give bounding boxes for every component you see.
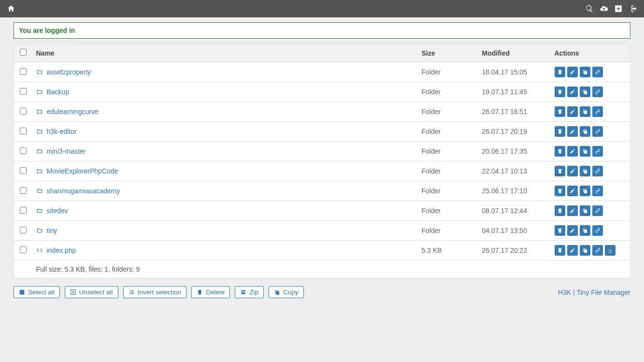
copy-action[interactable] bbox=[580, 205, 590, 216]
file-link[interactable]: shanmugamiasacademy bbox=[47, 187, 120, 195]
file-link[interactable]: sitedev bbox=[47, 207, 68, 215]
link-action[interactable] bbox=[592, 205, 603, 216]
link-action[interactable] bbox=[592, 225, 603, 236]
header-name[interactable]: Name bbox=[32, 44, 418, 62]
delete-button[interactable]: Delete bbox=[191, 286, 230, 298]
delete-action[interactable] bbox=[555, 205, 565, 216]
modified-cell: 19.07.17 11:45 bbox=[478, 82, 551, 102]
logout-icon[interactable] bbox=[629, 4, 637, 13]
rename-action[interactable] bbox=[567, 87, 578, 97]
modified-cell: 25.06.17 17:10 bbox=[478, 181, 551, 201]
copy-action[interactable] bbox=[580, 166, 590, 176]
file-link[interactable]: assetzproperty bbox=[47, 68, 91, 76]
rename-icon bbox=[570, 148, 575, 154]
table-row: MovieExplorerPhpCodeFolder22.04.17 10:13 bbox=[14, 161, 630, 181]
unselect-all-button[interactable]: Unselect all bbox=[65, 286, 118, 298]
file-link[interactable]: MovieExplorerPhpCode bbox=[47, 167, 118, 175]
delete-action[interactable] bbox=[555, 106, 565, 117]
copy-action[interactable] bbox=[580, 87, 590, 97]
copy-action[interactable] bbox=[580, 186, 590, 196]
link-action[interactable] bbox=[592, 67, 603, 77]
file-link[interactable]: edulearningcurve bbox=[47, 108, 99, 116]
row-checkbox[interactable] bbox=[20, 246, 27, 253]
modified-cell: 26.07.17 16:51 bbox=[478, 102, 551, 122]
download-action[interactable] bbox=[605, 245, 615, 256]
size-cell: Folder bbox=[418, 221, 478, 241]
delete-action[interactable] bbox=[555, 245, 565, 256]
row-checkbox[interactable] bbox=[20, 227, 27, 233]
row-checkbox[interactable] bbox=[20, 147, 27, 154]
link-action[interactable] bbox=[592, 186, 603, 196]
file-link[interactable]: mini3-master bbox=[47, 147, 86, 155]
copy-button[interactable]: Copy bbox=[269, 286, 304, 298]
copy-icon bbox=[582, 247, 588, 253]
rename-icon bbox=[570, 247, 575, 253]
delete-action[interactable] bbox=[555, 225, 565, 236]
table-row: sitedevFolder08.07.17 12:44 bbox=[14, 201, 630, 221]
table-row: tinyFolder04.07.17 13:50 bbox=[14, 221, 630, 241]
rename-icon bbox=[570, 228, 575, 233]
select-all-checkbox[interactable] bbox=[20, 49, 27, 56]
size-cell: Folder bbox=[418, 102, 478, 122]
rename-action[interactable] bbox=[567, 67, 578, 77]
row-checkbox[interactable] bbox=[20, 88, 27, 95]
delete-action[interactable] bbox=[555, 87, 565, 97]
header-modified[interactable]: Modified bbox=[478, 44, 551, 62]
copy-action[interactable] bbox=[580, 67, 590, 77]
rename-action[interactable] bbox=[567, 225, 578, 236]
folder-icon bbox=[36, 168, 43, 174]
file-link[interactable]: Backup bbox=[47, 88, 70, 96]
row-checkbox[interactable] bbox=[20, 167, 27, 174]
footer-link[interactable]: H3K | Tiny File Manager bbox=[558, 289, 630, 296]
delete-action[interactable] bbox=[555, 186, 565, 196]
rename-action[interactable] bbox=[567, 245, 578, 256]
link-action[interactable] bbox=[592, 146, 603, 157]
delete-action[interactable] bbox=[555, 126, 565, 137]
copy-action[interactable] bbox=[580, 245, 590, 256]
folder-icon bbox=[36, 148, 43, 155]
row-checkbox[interactable] bbox=[20, 108, 27, 115]
file-link[interactable]: tiny bbox=[47, 227, 57, 234]
row-checkbox[interactable] bbox=[20, 128, 27, 134]
zip-button[interactable]: Zip bbox=[235, 286, 264, 298]
upload-icon[interactable] bbox=[600, 4, 608, 13]
new-item-icon[interactable] bbox=[614, 4, 623, 13]
copy-action[interactable] bbox=[580, 106, 590, 117]
rename-action[interactable] bbox=[567, 205, 578, 216]
link-action[interactable] bbox=[592, 87, 603, 97]
folder-icon bbox=[36, 227, 43, 234]
rename-action[interactable] bbox=[567, 146, 578, 157]
delete-action[interactable] bbox=[555, 67, 565, 77]
row-checkbox[interactable] bbox=[20, 68, 27, 75]
rename-icon bbox=[570, 129, 575, 134]
link-action[interactable] bbox=[592, 166, 603, 176]
rename-action[interactable] bbox=[567, 106, 578, 117]
rename-action[interactable] bbox=[567, 166, 578, 176]
delete-action[interactable] bbox=[555, 166, 565, 176]
delete-icon bbox=[557, 228, 563, 233]
delete-action[interactable] bbox=[555, 146, 565, 157]
file-link[interactable]: h3k-editor bbox=[47, 128, 77, 135]
table-row: mini3-masterFolder20.06.17 17:35 bbox=[14, 142, 630, 161]
select-all-button[interactable]: Select all bbox=[14, 286, 60, 298]
size-cell: Folder bbox=[418, 122, 478, 142]
folder-icon bbox=[36, 207, 43, 214]
unselect-all-label: Unselect all bbox=[79, 289, 113, 296]
file-link[interactable]: index.php bbox=[47, 246, 76, 254]
link-action[interactable] bbox=[592, 245, 603, 256]
home-icon[interactable] bbox=[7, 4, 15, 13]
search-icon[interactable] bbox=[585, 4, 594, 13]
invert-selection-button[interactable]: Invert selection bbox=[123, 286, 187, 298]
row-checkbox[interactable] bbox=[20, 207, 27, 214]
link-action[interactable] bbox=[592, 126, 603, 137]
copy-action[interactable] bbox=[580, 146, 590, 157]
header-size[interactable]: Size bbox=[418, 44, 478, 62]
rename-action[interactable] bbox=[567, 126, 578, 137]
link-action[interactable] bbox=[592, 106, 603, 117]
row-checkbox[interactable] bbox=[20, 187, 27, 194]
table-row: index.php5.3 KB26.07.17 20:22 bbox=[14, 241, 630, 261]
copy-action[interactable] bbox=[580, 225, 590, 236]
folder-icon bbox=[36, 188, 43, 194]
copy-action[interactable] bbox=[580, 126, 590, 137]
rename-action[interactable] bbox=[567, 186, 578, 196]
